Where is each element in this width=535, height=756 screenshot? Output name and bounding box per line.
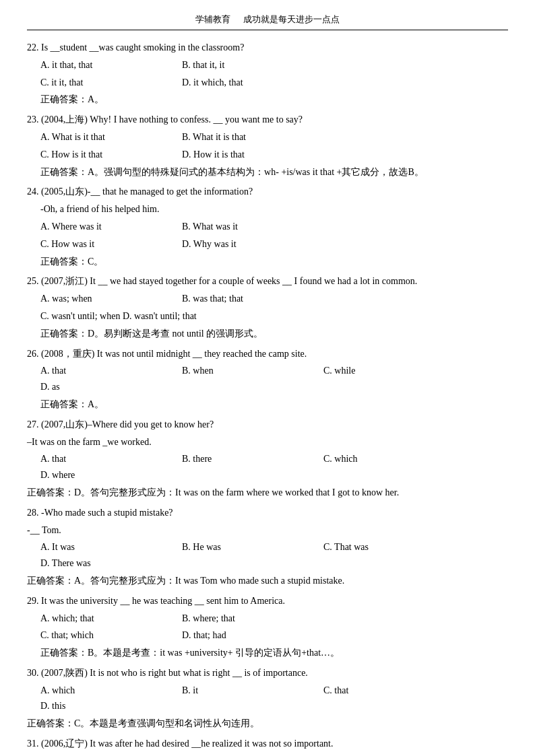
q23-option-d: D. How it is that bbox=[182, 147, 317, 163]
q29-options-row2: C. that; which D. that; had bbox=[40, 627, 508, 644]
q30-option-d: D. this bbox=[40, 698, 175, 714]
q29-text: 29. It was the university __ he was teac… bbox=[27, 593, 508, 609]
q30-option-c: C. that bbox=[323, 683, 458, 699]
q29-option-c: C. that; which bbox=[40, 627, 175, 644]
question-23: 23. (2004,上海) Why! I have nothing to con… bbox=[27, 112, 508, 180]
q27-option-a: A. that bbox=[40, 451, 175, 467]
q26-text: 26. (2008，重庆) It was not until midnight … bbox=[27, 346, 508, 362]
q26-option-c: C. while bbox=[323, 363, 458, 379]
q31-text: 31. (2006,辽宁) It was after he had desire… bbox=[27, 736, 508, 752]
q30-option-a: A. which bbox=[40, 683, 175, 699]
q23-option-b: B. What it is that bbox=[182, 129, 317, 145]
q22-options-row2: C. it it, that D. it which, that bbox=[40, 75, 508, 91]
q24-option-a: A. Where was it bbox=[40, 219, 175, 235]
q27-option-c: C. which bbox=[323, 451, 458, 467]
q26-options-row1: A. that B. when C. while D. as bbox=[40, 363, 508, 395]
q25-answer: 正确答案：D。易判断这是考查 not until 的强调形式。 bbox=[40, 326, 508, 342]
q23-options-row2: C. How is it that D. How it is that bbox=[40, 147, 508, 163]
question-26: 26. (2008，重庆) It was not until midnight … bbox=[27, 346, 508, 413]
q27-text: 27. (2007,山东)–Where did you get to know … bbox=[27, 417, 508, 433]
q31-option-b: B. when bbox=[182, 753, 317, 756]
q25-option-b: B. was that; that bbox=[182, 291, 317, 307]
q27-subtext: –It was on the farm _we worked. bbox=[27, 434, 508, 450]
header-right: 成功就是每天进步一点点 bbox=[243, 14, 340, 24]
q24-option-c: C. How was it bbox=[40, 236, 175, 252]
q23-option-a: A. What is it that bbox=[40, 129, 175, 145]
q24-answer: 正确答案：C。 bbox=[40, 254, 508, 270]
header-text: 学辅教育 成功就是每天进步一点点 bbox=[195, 14, 340, 24]
q24-option-d: D. Why was it bbox=[182, 236, 317, 252]
page-container: 学辅教育 成功就是每天进步一点点 22. Is __student __was … bbox=[0, 0, 535, 756]
header-left: 学辅教育 bbox=[195, 14, 230, 24]
q31-option-a: A. that bbox=[40, 753, 175, 756]
content-area: 22. Is __student __was caught smoking in… bbox=[27, 40, 508, 756]
q27-option-d: D. where bbox=[40, 467, 175, 483]
q27-answer: 正确答案：D。答句完整形式应为：It was on the farm where… bbox=[27, 485, 508, 501]
q28-option-b: B. He was bbox=[182, 539, 317, 555]
q23-text: 23. (2004,上海) Why! I have nothing to con… bbox=[27, 112, 508, 128]
question-31: 31. (2006,辽宁) It was after he had desire… bbox=[27, 736, 508, 756]
q29-option-b: B. where; that bbox=[182, 611, 317, 627]
q31-options-row1: A. that B. when C. since D. as bbox=[40, 753, 508, 756]
q29-option-a: A. which; that bbox=[40, 611, 175, 627]
q22-option-a: A. it that, that bbox=[40, 57, 175, 73]
question-25: 25. (2007,浙江) It __ we had stayed togeth… bbox=[27, 273, 508, 341]
q23-options-row1: A. What is it that B. What it is that bbox=[40, 129, 508, 145]
question-22: 22. Is __student __was caught smoking in… bbox=[27, 40, 508, 108]
q28-option-a: A. It was bbox=[40, 539, 175, 555]
q26-option-d: D. as bbox=[40, 379, 175, 395]
q22-text: 22. Is __student __was caught smoking in… bbox=[27, 40, 508, 56]
q25-option-a: A. was; when bbox=[40, 291, 175, 307]
q25-text: 25. (2007,浙江) It __ we had stayed togeth… bbox=[27, 273, 508, 289]
q26-answer: 正确答案：A。 bbox=[40, 397, 508, 413]
q26-option-a: A. that bbox=[40, 363, 175, 379]
q28-subtext: -__ Tom. bbox=[27, 522, 508, 539]
q25-options-row2: C. wasn't until; when D. wasn't until; t… bbox=[40, 308, 508, 324]
question-29: 29. It was the university __ he was teac… bbox=[27, 593, 508, 661]
question-28: 28. -Who made such a stupid mistake? -__… bbox=[27, 505, 508, 589]
question-24: 24. (2005,山东)-__ that he managed to get … bbox=[27, 184, 508, 269]
q31-option-c: C. since bbox=[323, 753, 458, 756]
q30-options-row1: A. which B. it C. that D. this bbox=[40, 683, 508, 715]
q28-text: 28. -Who made such a stupid mistake? bbox=[27, 505, 508, 521]
q28-option-c: C. That was bbox=[323, 539, 458, 555]
q26-option-b: B. when bbox=[182, 363, 317, 379]
q22-option-c: C. it it, that bbox=[40, 75, 175, 91]
q23-answer: 正确答案：A。强调句型的特殊疑问式的基本结构为：wh- +is/was it t… bbox=[40, 164, 508, 180]
q22-options-row1: A. it that, that B. that it, it bbox=[40, 57, 508, 73]
q27-option-b: B. there bbox=[182, 451, 317, 467]
q27-options-row1: A. that B. there C. which D. where bbox=[40, 451, 508, 483]
q23-option-c: C. How is it that bbox=[40, 147, 175, 163]
question-27: 27. (2007,山东)–Where did you get to know … bbox=[27, 417, 508, 501]
q28-options-row1: A. It was B. He was C. That was D. There… bbox=[40, 539, 508, 572]
q22-option-b: B. that it, it bbox=[182, 57, 317, 73]
q29-options-row1: A. which; that B. where; that bbox=[40, 611, 508, 627]
q25-option-cd: C. wasn't until; when D. wasn't until; t… bbox=[40, 308, 229, 324]
q30-answer: 正确答案：C。本题是考查强调句型和名词性从句连用。 bbox=[27, 716, 508, 732]
q29-answer: 正确答案：B。本题是考查：it was +university+ 引导的定语从句… bbox=[40, 645, 508, 661]
q28-option-d: D. There was bbox=[40, 555, 175, 572]
q24-text: 24. (2005,山东)-__ that he managed to get … bbox=[27, 184, 508, 200]
q22-option-d: D. it which, that bbox=[182, 75, 317, 91]
q30-option-b: B. it bbox=[182, 683, 317, 699]
q22-answer: 正确答案：A。 bbox=[40, 92, 508, 108]
q25-options-row1: A. was; when B. was that; that bbox=[40, 291, 508, 307]
q30-text: 30. (2007,陕西) It is not who is right but… bbox=[27, 665, 508, 681]
question-30: 30. (2007,陕西) It is not who is right but… bbox=[27, 665, 508, 732]
q29-option-d: D. that; had bbox=[182, 627, 317, 644]
page-header: 学辅教育 成功就是每天进步一点点 bbox=[27, 13, 508, 30]
q24-subtext: -Oh, a friend of his helped him. bbox=[40, 201, 508, 217]
q28-answer: 正确答案：A。答句完整形式应为：It was Tom who made such… bbox=[27, 573, 508, 589]
q24-options-row2: C. How was it D. Why was it bbox=[40, 236, 508, 252]
q24-option-b: B. What was it bbox=[182, 219, 317, 235]
q24-options-row1: A. Where was it B. What was it bbox=[40, 219, 508, 235]
